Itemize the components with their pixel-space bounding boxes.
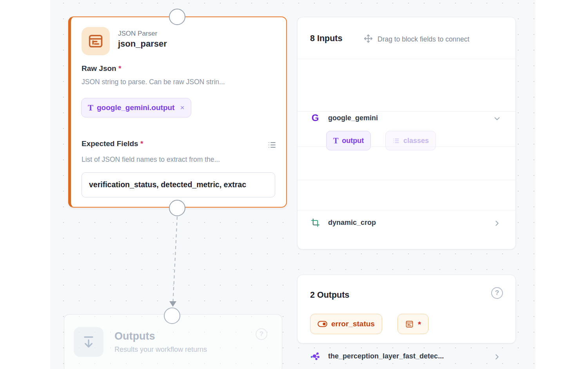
input-row-perception-layer[interactable]: the_perception_layer_fast_detec... — [298, 180, 515, 210]
outputs-node-subtitle: Results your workflow returns — [114, 345, 207, 354]
drag-hint: Drag to block fields to connect — [377, 35, 469, 43]
workflow-editor: JSON Parser json_parser Raw Json * JSON … — [0, 0, 588, 369]
arrow-down-from-line-icon — [81, 334, 96, 350]
input-row-inputs[interactable]: inputs — [298, 210, 515, 250]
drag-move-icon[interactable] — [364, 34, 373, 45]
raw-json-label: Raw Json * — [82, 64, 121, 73]
outputs-panel-title: 2 Outputs — [310, 290, 349, 300]
output-chip-error-status[interactable]: error_status — [310, 314, 382, 334]
node-input-port[interactable] — [169, 9, 185, 25]
tag-reference-text: google_gemini.output — [97, 103, 174, 112]
required-asterisk: * — [140, 139, 143, 148]
outputs-node-icon-box — [74, 327, 103, 357]
output-chip-json[interactable]: * — [397, 314, 428, 334]
expected-fields-description: List of JSON field names to extract from… — [82, 156, 220, 164]
expected-fields-label: Expected Fields * — [82, 139, 143, 148]
chevron-right-icon[interactable] — [493, 353, 501, 361]
expected-fields-input[interactable]: verification_status, detected_metric, ex… — [82, 172, 275, 197]
json-card-icon — [87, 33, 104, 50]
remove-tag-icon[interactable]: × — [180, 103, 184, 112]
node-output-port[interactable] — [169, 200, 185, 216]
json-card-icon — [405, 320, 414, 329]
outputs-node-title: Outputs — [114, 330, 155, 342]
node-title: json_parser — [118, 39, 167, 49]
input-row-main-object-filter[interactable]: main_object_filter — [298, 147, 515, 180]
input-row-dynamic-crop[interactable]: dynamic_crop — [298, 111, 515, 147]
input-row-google-gemini[interactable]: G google_gemini T output classes — [298, 59, 515, 111]
network-icon — [310, 351, 320, 361]
json-parser-icon-box — [82, 27, 110, 55]
inputs-panel-title: 8 Inputs — [310, 34, 342, 43]
outputs-panel: 2 Outputs ? error_status * — [297, 275, 516, 344]
node-type-label: JSON Parser — [118, 30, 157, 38]
help-icon[interactable]: ? — [491, 287, 503, 299]
toggle-icon — [318, 321, 327, 327]
required-asterisk: * — [118, 64, 121, 72]
raw-json-description: JSON string to parse. Can be raw JSON st… — [82, 78, 225, 86]
raw-json-value-tag[interactable]: T google_gemini.output × — [81, 98, 191, 118]
outputs-node-input-port[interactable] — [164, 308, 180, 324]
inputs-panel: 8 Inputs Drag to block fields to connect… — [297, 17, 516, 250]
type-icon: T — [88, 103, 93, 113]
list-mode-icon[interactable] — [267, 140, 277, 151]
